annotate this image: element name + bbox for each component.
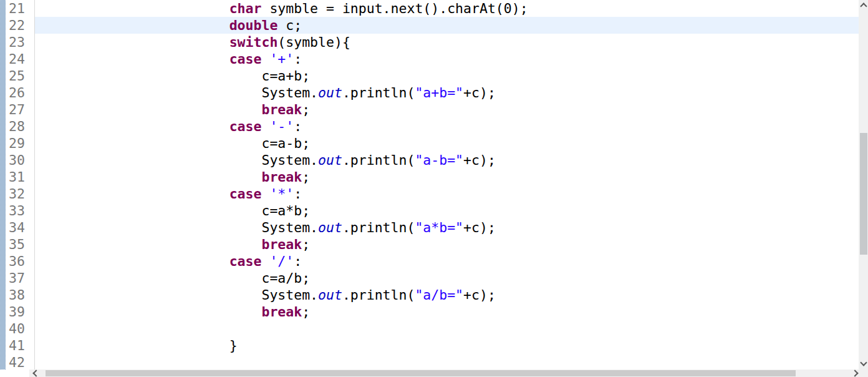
code-line[interactable]: 32 case '*': — [6, 185, 859, 202]
code-line[interactable]: 30 System.out.println("a-b="+c); — [6, 152, 859, 169]
code-line[interactable]: 37 c=a/b; — [6, 270, 859, 286]
code-text[interactable]: } — [35, 337, 859, 354]
code-segment-plain: symble = input.next().charAt(0); — [261, 1, 528, 16]
line-number[interactable]: 35 — [6, 236, 35, 253]
code-text[interactable] — [35, 354, 859, 370]
code-segment-plain: +c); — [463, 220, 496, 235]
code-text[interactable]: switch(symble){ — [35, 34, 859, 51]
code-segment-field: out — [318, 85, 342, 100]
code-text[interactable]: case '/': — [35, 253, 859, 270]
code-line[interactable]: 28 case '-': — [6, 118, 859, 135]
horizontal-scrollbar[interactable] — [29, 370, 868, 377]
code-text[interactable]: break; — [35, 236, 859, 253]
line-number[interactable]: 30 — [6, 152, 35, 169]
code-line[interactable]: 23 switch(symble){ — [6, 34, 859, 51]
code-text[interactable]: System.out.println("a+b="+c); — [35, 84, 859, 101]
line-number[interactable]: 38 — [6, 286, 35, 303]
code-text[interactable]: c=a*b; — [35, 202, 859, 219]
code-segment-plain: c; — [277, 17, 302, 33]
code-line[interactable]: 31 break; — [6, 169, 859, 185]
code-line[interactable]: 35 break; — [6, 236, 859, 253]
code-text[interactable]: c=a-b; — [35, 135, 859, 152]
line-number[interactable]: 24 — [6, 51, 35, 67]
line-number[interactable]: 34 — [6, 219, 35, 236]
code-line[interactable]: 39 break; — [6, 303, 859, 320]
code-text[interactable]: case '-': — [35, 118, 859, 135]
code-segment-literal: '*' — [269, 186, 294, 202]
line-number[interactable]: 37 — [6, 270, 35, 286]
code-text[interactable]: case '*': — [35, 185, 859, 202]
code-text[interactable]: break; — [35, 169, 859, 185]
code-segment-keyword: break — [261, 304, 302, 320]
horizontal-scrollbar-thumb[interactable] — [46, 370, 796, 376]
code-text[interactable]: System.out.println("a-b="+c); — [35, 152, 859, 169]
code-line[interactable]: 41 } — [6, 337, 859, 354]
line-number[interactable]: 31 — [6, 169, 35, 185]
line-number[interactable]: 28 — [6, 118, 35, 135]
code-line[interactable]: 22 double c; — [6, 17, 859, 34]
code-line[interactable]: 29 c=a-b; — [6, 135, 859, 152]
line-number[interactable]: 29 — [6, 135, 35, 152]
vertical-scrollbar-thumb[interactable] — [860, 133, 867, 255]
line-number[interactable]: 21 — [6, 0, 35, 17]
code-line[interactable]: 33 c=a*b; — [6, 202, 859, 219]
code-text[interactable] — [35, 320, 859, 337]
vertical-scrollbar[interactable] — [859, 0, 868, 377]
code-segment-literal: "a-b=" — [415, 152, 463, 168]
code-line[interactable]: 26 System.out.println("a+b="+c); — [6, 84, 859, 101]
line-number[interactable]: 33 — [6, 202, 35, 219]
code-segment-plain: c=a/b; — [261, 270, 310, 286]
code-line[interactable]: 40 — [6, 320, 859, 337]
scroll-up-icon[interactable] — [860, 2, 867, 9]
code-text[interactable]: c=a/b; — [35, 270, 859, 286]
code-text[interactable]: break; — [35, 101, 859, 118]
line-number[interactable]: 41 — [6, 337, 35, 354]
line-number[interactable]: 36 — [6, 253, 35, 270]
code-line[interactable]: 34 System.out.println("a*b="+c); — [6, 219, 859, 236]
code-text[interactable]: case '+': — [35, 51, 859, 67]
code-segment-plain: : — [294, 253, 302, 269]
line-number[interactable]: 42 — [6, 354, 35, 370]
code-line[interactable]: 24 case '+': — [6, 51, 859, 67]
line-number[interactable]: 22 — [6, 17, 35, 34]
code-line[interactable]: 21 char symble = input.next().charAt(0); — [6, 0, 859, 17]
scroll-down-icon[interactable] — [860, 359, 867, 366]
code-segment-literal: '-' — [269, 119, 294, 134]
code-text[interactable]: break; — [35, 303, 859, 320]
code-line[interactable]: 25 c=a+b; — [6, 67, 859, 84]
code-segment-plain — [261, 51, 269, 67]
code-segment-plain — [261, 186, 269, 202]
scroll-left-icon[interactable] — [32, 370, 39, 376]
line-number[interactable]: 27 — [6, 101, 35, 118]
code-segment-plain: ; — [302, 237, 310, 252]
code-text[interactable]: double c; — [35, 17, 859, 34]
code-segment-plain: System. — [261, 287, 318, 303]
code-line[interactable]: 38 System.out.println("a/b="+c); — [6, 286, 859, 303]
code-text[interactable]: c=a+b; — [35, 67, 859, 84]
code-segment-plain: : — [294, 186, 302, 202]
code-segment-plain: (symble){ — [277, 34, 350, 50]
line-number[interactable]: 32 — [6, 185, 35, 202]
scroll-right-icon[interactable] — [851, 370, 858, 376]
code-text[interactable]: char symble = input.next().charAt(0); — [35, 0, 859, 17]
line-number[interactable]: 39 — [6, 303, 35, 320]
line-number[interactable]: 23 — [6, 34, 35, 51]
code-segment-literal: "a/b=" — [415, 287, 463, 303]
code-segment-plain — [261, 119, 269, 134]
code-segment-literal: '+' — [269, 51, 294, 67]
line-number[interactable]: 40 — [6, 320, 35, 337]
code-segment-plain — [261, 253, 269, 269]
line-number[interactable]: 26 — [6, 84, 35, 101]
code-segment-plain: c=a-b; — [261, 135, 310, 151]
code-segment-literal: "a+b=" — [415, 85, 463, 100]
code-line[interactable]: 36 case '/': — [6, 253, 859, 270]
code-segment-field: out — [318, 287, 342, 303]
code-segment-plain: +c); — [463, 85, 496, 100]
code-segment-field: out — [318, 220, 342, 235]
code-line[interactable]: 27 break; — [6, 101, 859, 118]
code-segment-keyword: double — [229, 17, 278, 33]
line-number[interactable]: 25 — [6, 67, 35, 84]
code-text[interactable]: System.out.println("a/b="+c); — [35, 286, 859, 303]
code-line[interactable]: 42 — [6, 354, 859, 370]
code-text[interactable]: System.out.println("a*b="+c); — [35, 219, 859, 236]
